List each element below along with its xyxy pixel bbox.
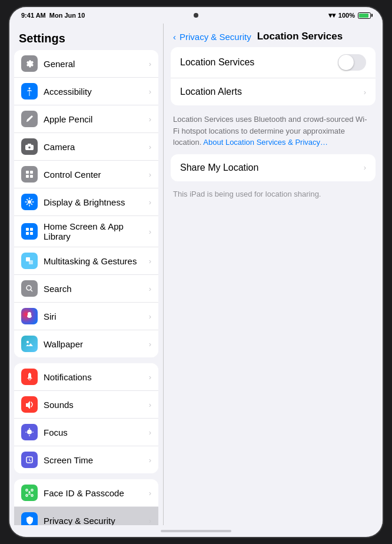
svg-point-21 bbox=[29, 492, 30, 493]
display-brightness-label: Display & Brightness bbox=[44, 197, 149, 207]
screen-time-label: Screen Time bbox=[44, 455, 149, 465]
ipad-frame: 9:41 AM Mon Jun 10 ▾▾ 100% Settings Gene… bbox=[9, 7, 383, 537]
sidebar-item-wallpaper[interactable]: Wallpaper › bbox=[14, 330, 158, 357]
screen-time-icon bbox=[21, 452, 38, 468]
time: 9:41 AM bbox=[21, 12, 46, 19]
share-location-label: Share My Location bbox=[180, 162, 364, 173]
sidebar-item-accessibility[interactable]: Accessibility › bbox=[14, 78, 158, 105]
display-brightness-chevron: › bbox=[149, 198, 151, 207]
main-content: Settings General › Accessibility › bbox=[9, 24, 383, 525]
control-center-chevron: › bbox=[149, 170, 151, 179]
share-location-chevron: › bbox=[364, 163, 366, 172]
date: Mon Jun 10 bbox=[49, 12, 85, 19]
svg-rect-5 bbox=[26, 175, 29, 178]
sidebar-item-siri[interactable]: Siri › bbox=[14, 303, 158, 330]
face-id-icon bbox=[21, 485, 38, 501]
detail-row-location-services: Location Services bbox=[171, 47, 376, 78]
svg-rect-10 bbox=[26, 232, 29, 235]
share-location-description: This iPad is being used for location sha… bbox=[164, 187, 383, 204]
svg-point-2 bbox=[28, 146, 31, 149]
notifications-chevron: › bbox=[149, 373, 151, 382]
apple-pencil-chevron: › bbox=[149, 115, 151, 124]
siri-icon bbox=[21, 308, 38, 324]
focus-icon bbox=[21, 424, 38, 440]
sidebar-item-general[interactable]: General › bbox=[14, 50, 158, 78]
notifications-label: Notifications bbox=[44, 372, 149, 382]
accessibility-label: Accessibility bbox=[44, 87, 149, 97]
location-services-label: Location Services bbox=[180, 57, 338, 68]
sounds-icon bbox=[21, 396, 38, 413]
sidebar-item-screen-time[interactable]: Screen Time › bbox=[14, 446, 158, 473]
apple-pencil-icon bbox=[21, 111, 38, 127]
detail-nav: ‹ Privacy & Security Location Services bbox=[164, 24, 383, 47]
privacy-security-label: Privacy & Security bbox=[44, 516, 149, 526]
sidebar-item-privacy-security[interactable]: Privacy & Security › bbox=[14, 507, 158, 525]
settings-group-1: General › Accessibility › Apple Pencil › bbox=[14, 50, 158, 357]
toggle-thumb bbox=[338, 55, 354, 70]
location-description: Location Services uses Bluetooth and cro… bbox=[164, 111, 383, 154]
svg-rect-9 bbox=[30, 228, 33, 231]
general-icon bbox=[21, 55, 38, 72]
focus-chevron: › bbox=[149, 428, 151, 437]
sidebar-item-face-id[interactable]: Face ID & Passcode › bbox=[14, 479, 158, 507]
search-chevron: › bbox=[149, 284, 151, 293]
wallpaper-label: Wallpaper bbox=[44, 339, 149, 349]
sidebar-item-control-center[interactable]: Control Center › bbox=[14, 161, 158, 188]
general-chevron: › bbox=[149, 59, 151, 68]
back-label[interactable]: Privacy & Security bbox=[180, 32, 251, 42]
battery-percent: 100% bbox=[338, 12, 355, 19]
settings-group-2: Notifications › Sounds › Focus › bbox=[14, 363, 158, 473]
sidebar-item-search[interactable]: Search › bbox=[14, 275, 158, 303]
back-arrow-icon: ‹ bbox=[173, 32, 176, 42]
detail-group-location-toggle: Location Services Location Alerts › bbox=[171, 47, 376, 105]
sidebar-item-focus[interactable]: Focus › bbox=[14, 419, 158, 446]
wifi-icon: ▾▾ bbox=[328, 11, 335, 19]
home-bar bbox=[161, 530, 231, 532]
sounds-chevron: › bbox=[149, 400, 151, 409]
home-screen-chevron: › bbox=[149, 227, 151, 236]
camera-label: Camera bbox=[44, 142, 149, 152]
svg-point-15 bbox=[26, 341, 29, 343]
detail-row-location-alerts[interactable]: Location Alerts › bbox=[171, 78, 376, 105]
multitasking-chevron: › bbox=[149, 257, 151, 266]
home-screen-icon bbox=[21, 223, 38, 240]
svg-rect-8 bbox=[26, 228, 29, 231]
sidebar-item-display-brightness[interactable]: Display & Brightness › bbox=[14, 188, 158, 216]
status-bar: 9:41 AM Mon Jun 10 ▾▾ 100% bbox=[9, 7, 383, 24]
siri-label: Siri bbox=[44, 311, 149, 321]
multitasking-icon bbox=[21, 253, 38, 269]
privacy-security-icon bbox=[21, 512, 38, 525]
face-id-chevron: › bbox=[149, 489, 151, 497]
siri-chevron: › bbox=[149, 312, 151, 321]
svg-point-14 bbox=[26, 286, 31, 290]
svg-point-0 bbox=[29, 88, 31, 89]
multitasking-label: Multitasking & Gestures bbox=[44, 256, 149, 266]
detail-group-share-location: Share My Location › bbox=[171, 154, 376, 181]
share-location-sub-label: This iPad is being used for location sha… bbox=[173, 190, 321, 198]
svg-rect-13 bbox=[29, 260, 33, 264]
sidebar-item-notifications[interactable]: Notifications › bbox=[14, 363, 158, 391]
screen-time-chevron: › bbox=[149, 456, 151, 465]
location-services-privacy-link[interactable]: About Location Services & Privacy… bbox=[203, 138, 328, 147]
sidebar-item-apple-pencil[interactable]: Apple Pencil › bbox=[14, 105, 158, 133]
sidebar-item-camera[interactable]: Camera › bbox=[14, 133, 158, 161]
detail-title: Location Services bbox=[257, 31, 343, 42]
sidebar-item-home-screen[interactable]: Home Screen & App Library › bbox=[14, 216, 158, 247]
sidebar-title: Settings bbox=[9, 24, 163, 50]
control-center-label: Control Center bbox=[44, 170, 149, 180]
wallpaper-icon bbox=[21, 336, 38, 352]
svg-point-7 bbox=[28, 200, 31, 204]
svg-rect-20 bbox=[31, 495, 33, 496]
sidebar: Settings General › Accessibility › bbox=[9, 24, 164, 525]
location-services-toggle[interactable] bbox=[338, 54, 366, 71]
camera-icon bbox=[21, 138, 38, 155]
search-label: Search bbox=[44, 284, 149, 294]
notifications-icon bbox=[21, 369, 38, 385]
sidebar-item-sounds[interactable]: Sounds › bbox=[14, 391, 158, 419]
svg-rect-4 bbox=[30, 171, 33, 174]
detail-row-share-location[interactable]: Share My Location › bbox=[171, 154, 376, 181]
sidebar-item-multitasking[interactable]: Multitasking & Gestures › bbox=[14, 247, 158, 275]
general-label: General bbox=[44, 59, 149, 69]
camera-chevron: › bbox=[149, 142, 151, 151]
wallpaper-chevron: › bbox=[149, 340, 151, 349]
